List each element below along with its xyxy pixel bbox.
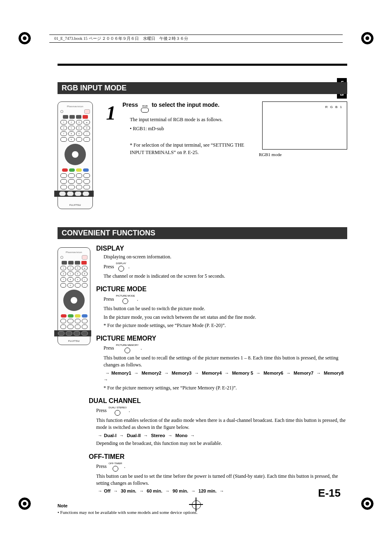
sequence-picture-memory: →Memory1 → Memory2 → Memory3 → Memory4 →… [104,370,347,383]
sequence-dual-channel: →Dual-I → Dual-II → Stereo → Mono → [96,433,347,439]
osd-caption: RGB1 mode [259,152,347,157]
rgb-button-icon: RGB [141,105,149,113]
running-header-text: 01_E_7473.book 15 ページ ２００６年９月６日 水曜日 午後２時… [54,36,188,41]
step-number: 1 [99,101,116,209]
footnote-heading: Note [58,503,347,508]
step-head-prefix: Press [122,101,138,108]
footnote-body: • Functions may not be available with so… [58,510,347,515]
dual-stereo-button-icon: DUAL/ STEREO [108,406,127,416]
section-title-convenient: CONVENIENT FUNCTIONS [58,227,347,239]
picture-memory-button-icon: PICTURE MEMORY [116,343,138,353]
body-dual-channel: Press DUAL/ STEREO . This function enabl… [96,406,347,447]
body-picture-mode: Press PICTURE MODE . This button can be … [104,294,347,329]
heading-dual-channel: DUAL CHANNEL [89,397,347,405]
body-display: Displaying on-screen information. Press … [104,253,347,280]
step-body: The input terminal of RGB mode is as fol… [130,116,252,156]
remote-control-illustration-2: Plasmavision 123▲ 456▼ 789+ 0- FUJITSU [58,247,90,345]
heading-picture-mode: PICTURE MODE [96,286,347,293]
step-p1: The input terminal of RGB mode is as fol… [130,116,252,123]
remote-logo: FUJITSU [69,204,81,206]
off-timer-button-icon: OFF-TIMER [108,462,122,472]
print-mark-top-left [18,32,31,44]
display-button-icon: DISPLAY [116,262,126,272]
picture-mode-button-icon: PICTURE MODE [116,294,135,304]
heading-display: DISPLAY [96,245,347,252]
running-header: 01_E_7473.book 15 ページ ２００６年９月６日 水曜日 午後２時… [49,35,343,43]
body-off-timer: Press OFF-TIMER . This button can be use… [96,462,347,495]
step-head-suffix: to select the input mode. [152,101,219,108]
osd-label: R G B 1 [325,105,343,109]
sequence-off-timer: →Off → 30 min. → 60 min. → 90 min. → 120… [96,488,347,495]
osd-preview: R G B 1 [262,101,347,150]
heading-picture-memory: PICTURE MEMORY [96,335,347,342]
body-picture-memory: Press PICTURE MEMORY . This button can b… [104,343,347,391]
print-mark-bottom-left [18,497,31,510]
remote-brand: Plasmavision [67,105,83,108]
top-rule [58,64,347,66]
page-number: E-15 [318,487,341,500]
print-mark-bottom-right [361,497,374,510]
step-bullet: • RGB1: mD-sub [130,125,252,132]
step-heading: Press RGB to select the input mode. [122,101,252,113]
step-note: * For selection of the input terminal, s… [130,141,252,156]
heading-off-timer: OFF-TIMER [89,453,347,461]
print-mark-top-right [361,32,374,44]
remote-control-illustration-1: Plasmavision 123▲ 456▼ 789+ 0- FUJITSU [58,101,93,209]
section-title-rgb: RGB INPUT MODE [58,82,347,94]
